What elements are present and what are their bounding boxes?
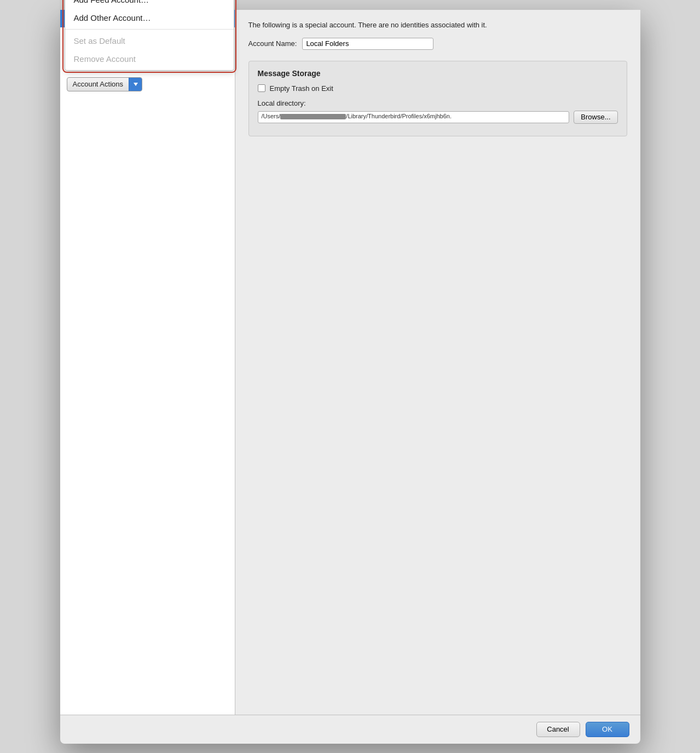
dropdown-divider — [65, 29, 234, 30]
dialog-footer: Cancel OK — [60, 715, 640, 744]
account-name-input[interactable] — [302, 38, 433, 50]
dropdown-item-add-other-account[interactable]: Add Other Account… — [65, 9, 234, 27]
empty-trash-row: Empty Trash on Exit — [258, 84, 618, 93]
content-area: The following is a special account. Ther… — [235, 10, 640, 715]
sidebar: Local Folders Junk Settings Disk Space O… — [60, 10, 235, 715]
account-name-row: Account Name: — [248, 38, 627, 50]
dropdown-item-add-feed-account[interactable]: Add Feed Account… — [65, 0, 234, 9]
dropdown-item-remove-account: Remove Account — [65, 50, 234, 68]
ok-button[interactable]: OK — [586, 722, 629, 737]
account-actions-dropdown-arrow[interactable] — [129, 77, 142, 91]
dropdown-arrow-icon — [134, 83, 138, 86]
local-dir-input-row: /Users//Library/Thunderbird/Profiles/x6m… — [258, 111, 618, 124]
dialog-body: Local Folders Junk Settings Disk Space O… — [60, 10, 640, 715]
empty-trash-checkbox[interactable] — [258, 84, 265, 92]
cancel-button[interactable]: Cancel — [536, 722, 580, 737]
dropdown-item-set-as-default: Set as Default — [65, 32, 234, 50]
account-actions-btn-row: Account Actions — [60, 72, 235, 97]
account-name-label: Account Name: — [248, 39, 297, 48]
local-dir-label: Local directory: — [258, 99, 618, 107]
account-actions-dropdown: Add Mail Account… Add Chat Account… Add … — [65, 0, 234, 71]
account-actions-area: Add Mail Account… Add Chat Account… Add … — [60, 72, 235, 97]
account-settings-dialog: Local Folders Junk Settings Disk Space O… — [60, 10, 640, 744]
content-description: The following is a special account. Ther… — [248, 21, 627, 29]
add-feed-account-label: Add Feed Account… — [74, 0, 149, 4]
add-other-account-label: Add Other Account… — [74, 13, 151, 22]
remove-account-label: Remove Account — [74, 54, 136, 64]
redacted-username — [280, 114, 346, 119]
account-actions-button[interactable]: Account Actions — [67, 77, 143, 91]
set-as-default-label: Set as Default — [74, 36, 125, 45]
message-storage-title: Message Storage — [258, 69, 618, 78]
local-dir-row: Local directory: /Users//Library/Thunder… — [258, 99, 618, 124]
message-storage-section: Message Storage Empty Trash on Exit Loca… — [248, 61, 627, 136]
browse-button[interactable]: Browse... — [574, 111, 617, 124]
empty-trash-label: Empty Trash on Exit — [270, 84, 333, 93]
local-dir-input[interactable]: /Users//Library/Thunderbird/Profiles/x6m… — [258, 111, 570, 123]
account-actions-button-label: Account Actions — [67, 78, 129, 91]
